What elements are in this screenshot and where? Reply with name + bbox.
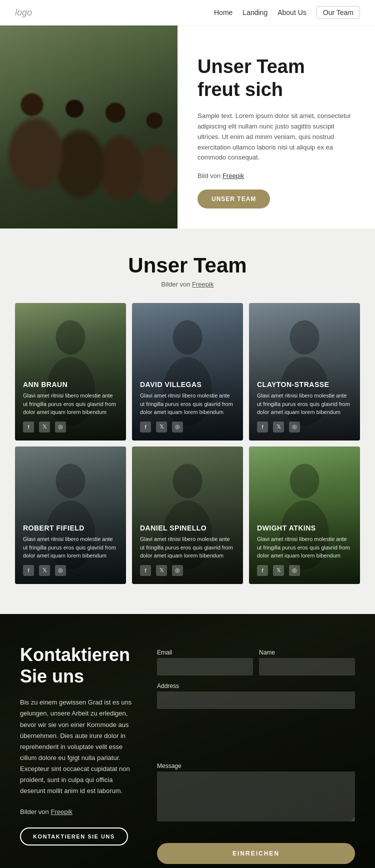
instagram-icon[interactable]: ◎ xyxy=(289,565,300,576)
contact-left: Kontaktieren Sie uns Bis zu einem gewiss… xyxy=(20,644,137,864)
form-group-name: Name xyxy=(259,649,355,676)
twitter-icon[interactable]: 𝕏 xyxy=(156,565,167,576)
team-member-name: DAVID VILLEGAS xyxy=(140,380,235,388)
team-card: ANN BRAUNGlavi amet ritnisi libero moles… xyxy=(15,303,126,440)
team-card-content: DANIEL SPINELLOGlavi amet ritnisi libero… xyxy=(132,516,243,584)
facebook-icon[interactable]: f xyxy=(23,565,34,576)
hero-title: Unser Team freut sich xyxy=(198,56,355,101)
team-card: CLAYTON-STRASSEGlavi amet ritnisi libero… xyxy=(249,303,360,440)
instagram-icon[interactable]: ◎ xyxy=(172,422,183,432)
team-card-content: ANN BRAUNGlavi amet ritnisi libero moles… xyxy=(15,372,126,440)
nav-our-team[interactable]: Our Team xyxy=(316,6,360,19)
team-member-social: f𝕏◎ xyxy=(23,565,118,576)
address-input[interactable] xyxy=(157,692,355,709)
hero-description: Sample text. Lorem ipsum dolor sit amet,… xyxy=(198,111,355,163)
team-member-desc: Glavi amet ritnisi libero molestie ante … xyxy=(23,392,118,416)
team-member-desc: Glavi amet ritnisi libero molestie ante … xyxy=(257,392,352,416)
hero-people xyxy=(0,26,178,228)
team-member-desc: Glavi amet ritnisi libero molestie ante … xyxy=(140,535,235,560)
contact-credit: Bilder von Freepik xyxy=(20,806,137,818)
team-member-desc: Glavi amet ritnisi libero molestie ante … xyxy=(140,392,235,416)
contact-section: Kontaktieren Sie uns Bis zu einem gewiss… xyxy=(0,614,375,868)
hero-section: Unser Team freut sich Sample text. Lorem… xyxy=(0,26,375,228)
facebook-icon[interactable]: f xyxy=(140,422,151,432)
submit-button[interactable]: EINREICHEN xyxy=(157,843,355,864)
nav-home[interactable]: Home xyxy=(214,8,232,16)
team-member-name: DANIEL SPINELLO xyxy=(140,524,235,532)
contact-button[interactable]: KONTAKTIEREN SIE UNS xyxy=(20,828,128,846)
twitter-icon[interactable]: 𝕏 xyxy=(273,565,284,576)
nav-about[interactable]: About Us xyxy=(278,8,306,16)
facebook-icon[interactable]: f xyxy=(257,565,268,576)
logo: logo xyxy=(15,8,32,18)
name-label: Name xyxy=(259,649,355,656)
team-credit-link[interactable]: Freepik xyxy=(192,280,214,288)
facebook-icon[interactable]: f xyxy=(257,422,268,432)
contact-form: Email Name Address Message EINREICHEN xyxy=(157,644,355,864)
message-textarea[interactable] xyxy=(157,772,355,822)
hero-people-silhouettes xyxy=(0,26,178,224)
instagram-icon[interactable]: ◎ xyxy=(172,565,183,576)
facebook-icon[interactable]: f xyxy=(140,565,151,576)
team-member-name: ROBERT FIFIELD xyxy=(23,524,118,532)
hero-button[interactable]: UNSER TEAM xyxy=(198,190,270,208)
instagram-icon[interactable]: ◎ xyxy=(55,422,66,432)
hero-credit: Bild von Freepik xyxy=(198,171,355,182)
nav-links: Home Landing About Us Our Team xyxy=(214,6,360,19)
hero-content: Unser Team freut sich Sample text. Lorem… xyxy=(178,26,375,228)
instagram-icon[interactable]: ◎ xyxy=(55,565,66,576)
twitter-icon[interactable]: 𝕏 xyxy=(273,422,284,432)
team-member-social: f𝕏◎ xyxy=(23,422,118,432)
contact-inner: Kontaktieren Sie uns Bis zu einem gewiss… xyxy=(0,614,375,868)
email-label: Email xyxy=(157,649,253,656)
team-member-desc: Glavi amet ritnisi libero molestie ante … xyxy=(23,535,118,560)
team-grid: ANN BRAUNGlavi amet ritnisi libero moles… xyxy=(15,303,360,584)
team-card-content: DAVID VILLEGASGlavi amet ritnisi libero … xyxy=(132,372,243,440)
team-card-content: CLAYTON-STRASSEGlavi amet ritnisi libero… xyxy=(249,372,360,440)
hero-credit-link[interactable]: Freepik xyxy=(222,172,244,180)
team-card: ROBERT FIFIELDGlavi amet ritnisi libero … xyxy=(15,446,126,584)
contact-credit-link[interactable]: Freepik xyxy=(50,808,72,816)
form-group-email: Email xyxy=(157,649,253,676)
form-group-message: Message xyxy=(157,762,355,836)
nav-landing[interactable]: Landing xyxy=(242,8,268,16)
email-input[interactable] xyxy=(157,658,253,676)
facebook-icon[interactable]: f xyxy=(23,422,34,432)
form-group-address: Address xyxy=(157,682,355,756)
contact-title: Kontaktieren Sie uns xyxy=(20,644,137,687)
team-member-name: CLAYTON-STRASSE xyxy=(257,380,352,388)
address-label: Address xyxy=(157,682,355,690)
team-member-name: DWIGHT ATKINS xyxy=(257,524,352,532)
twitter-icon[interactable]: 𝕏 xyxy=(39,565,50,576)
team-card-content: DWIGHT ATKINSGlavi amet ritnisi libero m… xyxy=(249,516,360,584)
hero-image xyxy=(0,26,178,228)
instagram-icon[interactable]: ◎ xyxy=(289,422,300,432)
team-credit: Bilder von Freepik xyxy=(15,280,360,288)
team-title: Unser Team xyxy=(15,254,360,278)
team-member-social: f𝕏◎ xyxy=(140,422,235,432)
team-card: DWIGHT ATKINSGlavi amet ritnisi libero m… xyxy=(249,446,360,584)
message-label: Message xyxy=(157,762,355,770)
navigation: logo Home Landing About Us Our Team xyxy=(0,0,375,26)
team-member-social: f𝕏◎ xyxy=(257,422,352,432)
team-section: Unser Team Bilder von Freepik ANN BRAUNG… xyxy=(0,228,375,614)
contact-description: Bis zu einem gewissen Grad ist es uns ge… xyxy=(20,697,137,796)
team-member-social: f𝕏◎ xyxy=(257,565,352,576)
team-card: DAVID VILLEGASGlavi amet ritnisi libero … xyxy=(132,303,243,440)
form-row-email-name: Email Name xyxy=(157,649,355,676)
twitter-icon[interactable]: 𝕏 xyxy=(39,422,50,432)
team-member-name: ANN BRAUN xyxy=(23,380,118,388)
name-input[interactable] xyxy=(259,658,355,676)
team-member-social: f𝕏◎ xyxy=(140,565,235,576)
twitter-icon[interactable]: 𝕏 xyxy=(156,422,167,432)
team-card: DANIEL SPINELLOGlavi amet ritnisi libero… xyxy=(132,446,243,584)
team-member-desc: Glavi amet ritnisi libero molestie ante … xyxy=(257,535,352,560)
team-card-content: ROBERT FIFIELDGlavi amet ritnisi libero … xyxy=(15,516,126,584)
